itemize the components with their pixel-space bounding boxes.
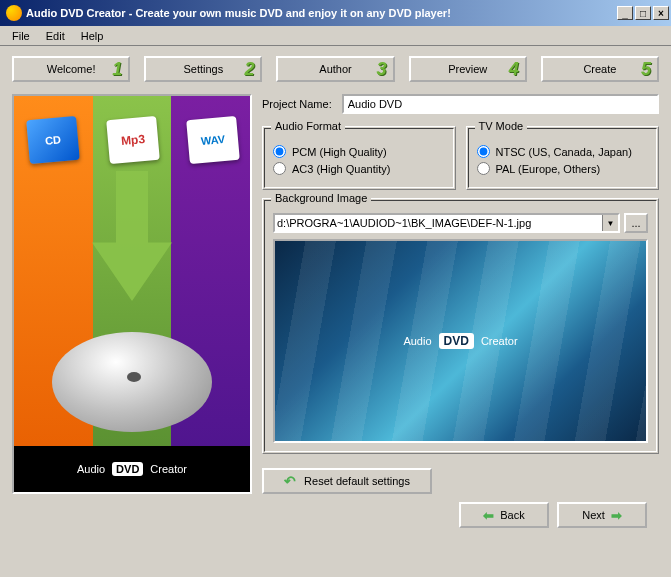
audio-format-group: Audio Format PCM (High Quality) AC3 (Hig… xyxy=(262,126,456,190)
chevron-down-icon[interactable]: ▼ xyxy=(602,215,618,231)
title-bar: Audio DVD Creator - Create your own musi… xyxy=(0,0,671,26)
browse-button[interactable]: ... xyxy=(624,213,648,233)
product-art: CD Audio DVD Creator xyxy=(12,94,252,494)
step-author[interactable]: Author3 xyxy=(276,56,394,82)
bg-preview: Audio DVD Creator xyxy=(273,239,648,443)
background-image-group: Background Image d:\PROGRA~1\AUDIOD~1\BK… xyxy=(262,198,659,454)
step-settings[interactable]: Settings2 xyxy=(144,56,262,82)
radio-ac3[interactable]: AC3 (High Quantity) xyxy=(273,162,445,175)
radio-ntsc[interactable]: NTSC (US, Canada, Japan) xyxy=(477,145,649,158)
step-preview[interactable]: Preview4 xyxy=(409,56,527,82)
wizard-steps: Welcome!1 Settings2 Author3 Preview4 Cre… xyxy=(12,56,659,82)
mp3-icon xyxy=(106,116,160,164)
step-create[interactable]: Create5 xyxy=(541,56,659,82)
menu-help[interactable]: Help xyxy=(73,28,112,44)
menu-bar: File Edit Help xyxy=(0,26,671,46)
app-icon xyxy=(6,5,22,21)
undo-icon: ↶ xyxy=(284,473,296,489)
maximize-button[interactable]: □ xyxy=(635,6,651,20)
wav-icon xyxy=(186,116,240,164)
arrow-left-icon: ⬅ xyxy=(483,508,494,523)
radio-pal[interactable]: PAL (Europe, Others) xyxy=(477,162,649,175)
next-button[interactable]: Next➡ xyxy=(557,502,647,528)
cd-icon: CD xyxy=(26,116,80,164)
menu-file[interactable]: File xyxy=(4,28,38,44)
reset-defaults-button[interactable]: ↶ Reset default settings xyxy=(262,468,432,494)
project-name-input[interactable] xyxy=(342,94,659,114)
arrow-right-icon: ➡ xyxy=(611,508,622,523)
product-brand: Audio DVD Creator xyxy=(14,446,250,492)
bg-path-combo[interactable]: d:\PROGRA~1\AUDIOD~1\BK_IMAGE\DEF-N-1.jp… xyxy=(273,213,620,233)
disc-icon xyxy=(52,332,212,432)
window-title: Audio DVD Creator - Create your own musi… xyxy=(26,7,617,19)
minimize-button[interactable]: _ xyxy=(617,6,633,20)
back-button[interactable]: ⬅Back xyxy=(459,502,549,528)
tv-mode-group: TV Mode NTSC (US, Canada, Japan) PAL (Eu… xyxy=(466,126,660,190)
radio-pcm[interactable]: PCM (High Quality) xyxy=(273,145,445,158)
menu-edit[interactable]: Edit xyxy=(38,28,73,44)
close-button[interactable]: × xyxy=(653,6,669,20)
step-welcome[interactable]: Welcome!1 xyxy=(12,56,130,82)
project-name-label: Project Name: xyxy=(262,98,332,110)
